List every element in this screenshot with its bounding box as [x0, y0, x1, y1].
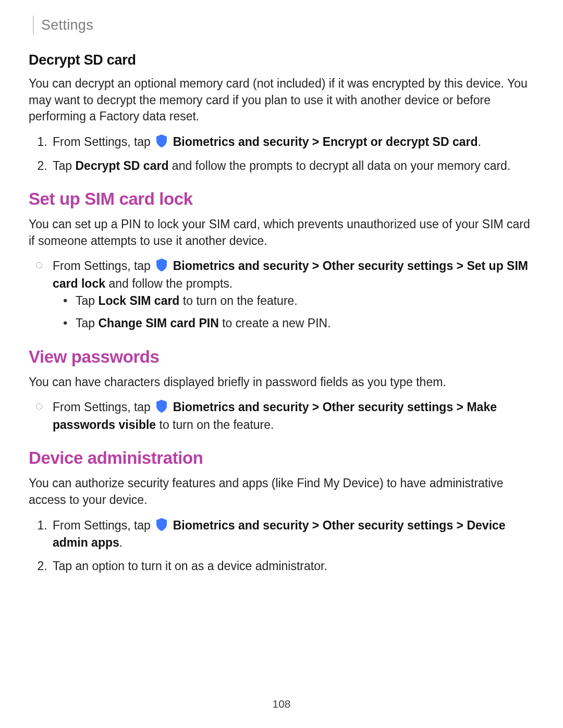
bold-other-security-settings: Other security settings	[323, 400, 454, 414]
bullet-sim-card-lock-1: From Settings, tap Biometrics and securi…	[51, 257, 534, 332]
bold-lock-sim-card: Lock SIM card	[98, 294, 179, 307]
bullet-view-passwords-1: From Settings, tap Biometrics and securi…	[51, 399, 534, 434]
sub-text-post: to turn on the feature.	[179, 294, 297, 307]
bullets-view-passwords: From Settings, tap Biometrics and securi…	[29, 399, 534, 434]
heading-decrypt-sd-card: Decrypt SD card	[29, 52, 534, 68]
heading-sim-card-lock: Set up SIM card lock	[29, 189, 534, 209]
header-divider	[33, 16, 34, 34]
bullets-sim-card-lock: From Settings, tap Biometrics and securi…	[29, 257, 534, 332]
step-device-admin-2: Tap an option to turn it on as a device …	[51, 558, 534, 575]
chevron-icon: >	[312, 519, 319, 532]
chevron-icon: >	[312, 135, 319, 149]
bold-other-security-settings: Other security settings	[323, 259, 454, 273]
intro-decrypt-sd-card: You can decrypt an optional memory card …	[29, 76, 534, 125]
step-device-admin-1: From Settings, tap Biometrics and securi…	[51, 517, 534, 552]
step-text: From Settings, tap	[53, 519, 154, 532]
intro-device-administration: You can authorize security features and …	[29, 475, 534, 508]
bold-biometrics-and-security: Biometrics and security	[173, 259, 309, 273]
step-text: Tap an option to turn it on as a device …	[53, 559, 327, 573]
step-text-post: and follow the prompts to decrypt all da…	[168, 159, 510, 172]
step-decrypt-2: Tap Decrypt SD card and follow the promp…	[51, 157, 534, 175]
subbullets-sim-card-lock: Tap Lock SIM card to turn on the feature…	[53, 292, 534, 332]
heading-view-passwords: View passwords	[29, 347, 534, 367]
header-title: Settings	[41, 17, 93, 33]
bullet-text-post: and follow the prompts.	[105, 277, 232, 290]
subbullet-change-sim-pin: Tap Change SIM card PIN to create a new …	[74, 315, 534, 332]
intro-view-passwords: You can have characters displayed briefl…	[29, 374, 534, 391]
bold-biometrics-and-security: Biometrics and security	[173, 400, 309, 414]
biometrics-shield-icon	[155, 133, 168, 148]
steps-device-administration: From Settings, tap Biometrics and securi…	[29, 517, 534, 575]
biometrics-shield-icon	[155, 517, 168, 532]
intro-sim-card-lock: You can set up a PIN to lock your SIM ca…	[29, 216, 534, 249]
section-device-administration: Device administration You can authorize …	[29, 448, 534, 575]
bullet-text: From Settings, tap	[53, 400, 154, 414]
bullet-text-post: to turn on the feature.	[156, 418, 274, 431]
bold-other-security-settings: Other security settings	[323, 519, 454, 532]
bullet-text: From Settings, tap	[53, 259, 154, 273]
bold-biometrics-and-security: Biometrics and security	[173, 135, 309, 149]
step-text: From Settings, tap	[53, 135, 154, 149]
sub-text-post: to create a new PIN.	[219, 316, 331, 330]
page-header: Settings	[33, 16, 534, 34]
step-decrypt-1: From Settings, tap Biometrics and securi…	[51, 133, 534, 151]
page-number: 108	[0, 698, 563, 710]
chevron-icon: >	[457, 400, 463, 414]
subbullet-lock-sim-card: Tap Lock SIM card to turn on the feature…	[74, 292, 534, 310]
step-text: Tap	[53, 159, 75, 172]
sub-text-pre: Tap	[76, 294, 98, 307]
biometrics-shield-icon	[155, 257, 168, 272]
bold-decrypt-sd-card: Decrypt SD card	[75, 159, 168, 172]
step-text-post: .	[119, 536, 123, 549]
step-text-post: .	[478, 135, 481, 149]
biometrics-shield-icon	[155, 399, 168, 413]
section-view-passwords: View passwords You can have characters d…	[29, 347, 534, 434]
section-sim-card-lock: Set up SIM card lock You can set up a PI…	[29, 189, 534, 332]
sub-text-pre: Tap	[76, 316, 98, 330]
bold-biometrics-and-security: Biometrics and security	[173, 519, 309, 532]
steps-decrypt-sd-card: From Settings, tap Biometrics and securi…	[29, 133, 534, 175]
chevron-icon: >	[312, 400, 319, 414]
bold-change-sim-card-pin: Change SIM card PIN	[98, 316, 218, 330]
bold-encrypt-or-decrypt-sd-card: Encrypt or decrypt SD card	[323, 135, 478, 149]
chevron-icon: >	[457, 259, 463, 273]
chevron-icon: >	[312, 259, 319, 273]
heading-device-administration: Device administration	[29, 448, 534, 468]
chevron-icon: >	[457, 519, 463, 532]
section-decrypt-sd-card: Decrypt SD card You can decrypt an optio…	[29, 52, 534, 175]
